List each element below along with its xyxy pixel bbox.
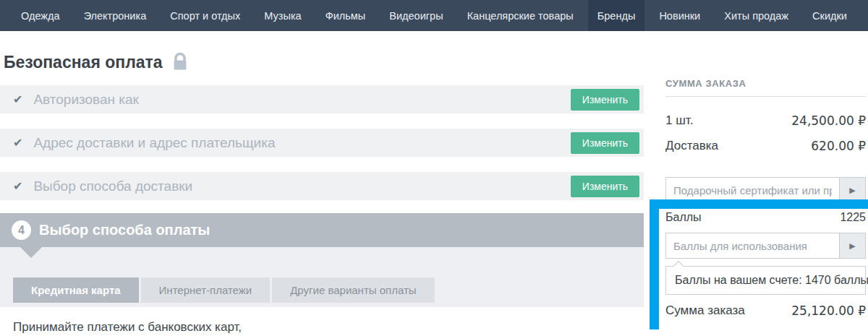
tab-internet-payments[interactable]: Интернет-платежи <box>141 277 271 303</box>
points-balance-text: Баллы на вашем счете: 1470 баллы. <box>675 274 868 286</box>
nav-item-discounts[interactable]: Скидки <box>803 0 856 31</box>
nav-item-electronics[interactable]: Электроника <box>75 0 156 31</box>
arrow-right-icon: ▶ <box>849 241 855 251</box>
points-value: 1225 <box>840 211 866 224</box>
lock-icon <box>172 52 188 74</box>
change-shipping-button[interactable]: Изменить <box>571 176 639 197</box>
order-summary-title: СУММА ЗАКАЗА <box>665 78 746 89</box>
order-total-row: Сумма заказа 25,120.00 ₽ <box>665 303 866 318</box>
arrow-right-icon: ▶ <box>849 186 855 195</box>
summary-row-delivery: Доставка 620.00 ₽ <box>665 139 866 153</box>
points-balance-note: Баллы на вашем счете: 1470 баллы. <box>665 266 866 295</box>
order-total-label: Сумма заказа <box>665 303 745 318</box>
payment-tabs: Кредитная карта Интернет-платежи Другие … <box>13 277 435 303</box>
tab-credit-card[interactable]: Кредитная карта <box>13 277 139 303</box>
points-row: Баллы 1225 <box>665 211 866 224</box>
change-auth-button[interactable]: Изменить <box>571 89 639 111</box>
nav-item-music[interactable]: Музыка <box>255 0 310 31</box>
nav-item-brands[interactable]: Бренды <box>588 0 645 31</box>
tab-other-options[interactable]: Другие варианты оплаты <box>272 277 434 303</box>
nav-item-bestsellers[interactable]: Хиты продаж <box>715 0 798 31</box>
order-total-value: 25,120.00 ₽ <box>791 303 866 318</box>
payment-intro-text: Принимайте платежи с банковских карт, <box>13 320 242 335</box>
step-row-address: ✔ Адрес доставки и адрес плательщика Изм… <box>0 129 644 157</box>
current-step-label: Выбор способа оплаты <box>39 222 210 238</box>
current-step-banner: 4 Выбор способа оплаты <box>0 213 644 247</box>
top-navigation: Одежда Электроника Спорт и отдых Музыка … <box>0 0 868 31</box>
step-number-badge: 4 <box>12 220 31 240</box>
change-address-button[interactable]: Изменить <box>571 132 639 154</box>
page-title: Безопасная оплата <box>4 53 163 72</box>
step-row-shipping: ✔ Выбор способа доставки Изменить <box>0 172 644 200</box>
points-to-use-input[interactable] <box>665 233 839 259</box>
points-label: Баллы <box>665 211 702 224</box>
step-label: Выбор способа доставки <box>33 178 570 194</box>
tooltip-notch <box>673 261 684 271</box>
step-label: Адрес доставки и адрес плательщика <box>33 135 570 151</box>
delivery-label: Доставка <box>665 139 718 153</box>
banner-caret <box>20 247 42 258</box>
nav-item-sport[interactable]: Спорт и отдых <box>161 0 250 31</box>
step-row-authorized: ✔ Авторизован как Изменить <box>0 85 644 113</box>
items-price: 24,500.00 ₽ <box>791 113 866 128</box>
nav-item-clothing[interactable]: Одежда <box>12 0 69 31</box>
check-icon: ✔ <box>13 179 22 193</box>
check-icon: ✔ <box>13 136 22 150</box>
nav-item-new[interactable]: Новинки <box>650 0 710 31</box>
payment-tabs-panel: Кредитная карта Интернет-платежи Другие … <box>0 247 644 307</box>
delivery-price: 620.00 ₽ <box>811 139 866 153</box>
step-label: Авторизован как <box>33 92 570 108</box>
page-title-block: Безопасная оплата <box>4 51 188 74</box>
divider <box>665 96 866 97</box>
highlight-border-left <box>650 199 659 329</box>
nav-item-stationery[interactable]: Канцелярские товары <box>458 0 583 31</box>
summary-row-items: 1 шт. 24,500.00 ₽ <box>665 113 866 128</box>
items-count-label: 1 шт. <box>665 113 693 128</box>
highlight-border-top <box>650 199 868 209</box>
check-icon: ✔ <box>13 92 22 106</box>
points-input-group: ▶ <box>665 233 866 259</box>
apply-points-button[interactable]: ▶ <box>839 233 866 259</box>
nav-item-films[interactable]: Фильмы <box>316 0 375 31</box>
nav-item-videogames[interactable]: Видеоигры <box>380 0 452 31</box>
